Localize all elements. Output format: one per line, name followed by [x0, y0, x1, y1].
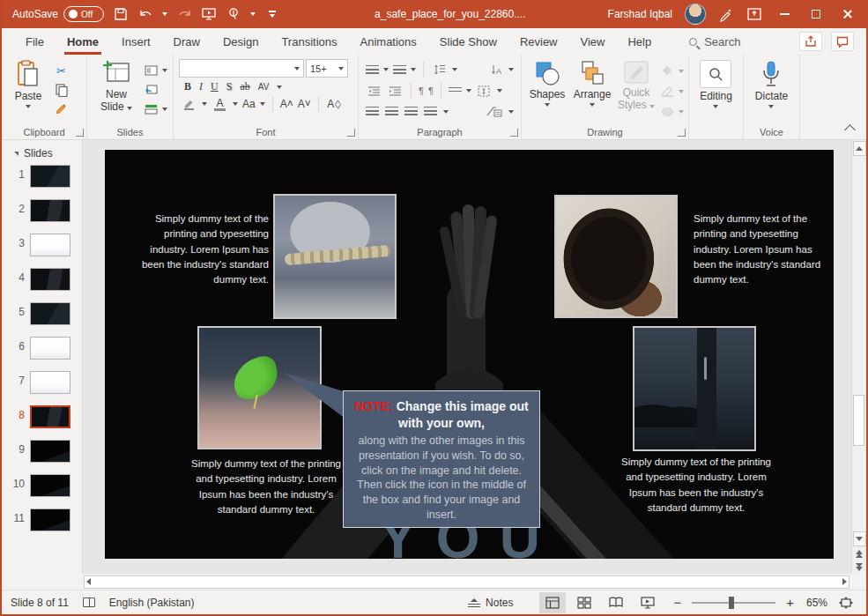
collapse-ribbon-icon[interactable] — [844, 124, 856, 136]
quick-styles-button[interactable]: QuickStyles — [617, 60, 656, 125]
slide-thumbnail-5[interactable]: 5 — [2, 302, 82, 325]
save-icon[interactable] — [113, 6, 129, 22]
slide-thumbnail-10[interactable]: 10 — [2, 474, 82, 497]
close-button[interactable] — [838, 4, 857, 24]
zoom-slider[interactable] — [692, 602, 775, 604]
language-indicator[interactable]: English (Pakistan) — [109, 597, 195, 609]
comments-button[interactable] — [831, 32, 854, 51]
undo-chevron-icon[interactable] — [162, 12, 167, 16]
vertical-scroll-track[interactable] — [852, 157, 866, 531]
lorem-text-top-left[interactable]: Simply dummy text of the printing and ty… — [138, 212, 269, 287]
columns-icon[interactable] — [449, 87, 462, 94]
shape-outline-icon[interactable] — [659, 84, 676, 99]
layout-icon[interactable] — [143, 63, 160, 78]
rtl-text-icon[interactable]: ¶ — [428, 85, 434, 96]
numbering-icon[interactable] — [393, 65, 406, 75]
tab-animations[interactable]: Animations — [349, 28, 428, 55]
tab-draw[interactable]: Draw — [162, 28, 211, 55]
dictate-button[interactable]: Dictate — [755, 60, 788, 125]
align-left-icon[interactable] — [366, 107, 379, 116]
presenter-coach-icon[interactable] — [718, 6, 734, 22]
line-spacing-icon[interactable] — [431, 63, 448, 78]
lorem-text-top-right[interactable]: Simply dummy text of the printing and ty… — [694, 212, 826, 287]
italic-button[interactable]: I — [199, 80, 203, 93]
font-size-combo[interactable]: 15+ — [306, 59, 348, 78]
note-callout[interactable]: NOTE: Change this image out with your ow… — [343, 390, 540, 528]
copy-icon[interactable] — [53, 83, 70, 98]
slide-thumbnail-2[interactable]: 2 — [2, 199, 82, 222]
tab-view[interactable]: View — [569, 28, 617, 55]
font-color-icon[interactable]: A — [211, 97, 228, 112]
spell-check-icon[interactable] — [83, 597, 95, 607]
bold-button[interactable]: B — [184, 80, 191, 93]
justify-icon[interactable] — [424, 107, 437, 116]
horizontal-scrollbar[interactable] — [2, 574, 866, 590]
tab-file[interactable]: File — [14, 28, 56, 55]
reset-icon[interactable] — [143, 82, 160, 97]
dark-hair-woman-image[interactable] — [554, 195, 678, 318]
section-icon[interactable] — [143, 101, 160, 116]
scroll-right-button[interactable] — [842, 578, 847, 585]
ltr-text-icon[interactable]: ¶ — [419, 85, 424, 96]
format-painter-icon[interactable] — [53, 102, 70, 117]
tab-home[interactable]: Home — [56, 28, 110, 55]
zoom-slider-thumb[interactable] — [729, 597, 734, 609]
slide-thumbnail-8[interactable]: 8 — [2, 405, 82, 428]
text-direction-icon[interactable]: A — [487, 63, 504, 78]
undo-icon[interactable] — [137, 6, 153, 22]
character-spacing-chevron-icon[interactable] — [277, 85, 282, 89]
vertical-scrollbar[interactable] — [851, 140, 866, 574]
slideshow-view-button[interactable] — [634, 592, 661, 613]
slide-number-indicator[interactable]: Slide 8 of 11 — [11, 597, 69, 609]
scroll-up-button[interactable] — [853, 141, 866, 156]
cut-icon[interactable]: ✂ — [53, 63, 70, 78]
scroll-left-button[interactable] — [86, 578, 91, 585]
font-name-combo[interactable] — [179, 59, 304, 78]
zoom-level[interactable]: 65% — [806, 597, 827, 609]
paragraph-dialog-launcher[interactable] — [510, 129, 518, 137]
tab-review[interactable]: Review — [508, 28, 569, 55]
previous-slide-button[interactable] — [856, 547, 863, 560]
tab-design[interactable]: Design — [211, 28, 270, 55]
align-center-icon[interactable] — [385, 107, 398, 116]
blindfolded-woman-image[interactable] — [273, 194, 397, 319]
new-slide-button[interactable]: NewSlide — [94, 60, 138, 125]
text-shadow-button[interactable]: S — [226, 80, 233, 93]
rainy-window-image[interactable] — [633, 326, 756, 451]
avatar[interactable] — [685, 4, 706, 25]
slide-sorter-button[interactable] — [571, 592, 597, 613]
vertical-scroll-thumb[interactable] — [853, 395, 864, 446]
clipboard-dialog-launcher[interactable] — [76, 129, 84, 137]
change-case-icon[interactable]: Aa — [242, 98, 256, 110]
minimize-button[interactable] — [775, 4, 794, 24]
autosave-toggle[interactable]: AutoSave Off — [12, 6, 104, 22]
tab-slide-show[interactable]: Slide Show — [428, 28, 508, 55]
shapes-button[interactable]: Shapes — [527, 60, 568, 125]
grow-font-icon[interactable]: A˄ — [280, 98, 293, 110]
slide-thumbnail-7[interactable]: 7 — [2, 371, 82, 394]
share-button[interactable] — [799, 32, 822, 51]
reading-view-button[interactable] — [603, 592, 629, 613]
drawing-dialog-launcher[interactable] — [678, 129, 686, 137]
touch-mode-chevron-icon[interactable] — [250, 12, 256, 16]
touch-mode-icon[interactable] — [226, 6, 241, 22]
clear-formatting-icon[interactable]: A — [326, 97, 343, 112]
smartart-icon[interactable] — [486, 104, 502, 119]
shape-effects-icon[interactable] — [659, 104, 676, 119]
start-slideshow-icon[interactable] — [201, 6, 217, 22]
increase-indent-icon[interactable] — [387, 84, 404, 99]
shrink-font-icon[interactable]: A˅ — [298, 98, 311, 110]
arrange-button[interactable]: Arrange — [571, 60, 613, 125]
strikethrough-button[interactable]: ab — [240, 80, 249, 93]
zoom-out-button[interactable]: − — [673, 595, 681, 610]
scroll-down-button[interactable] — [853, 531, 866, 546]
next-slide-button[interactable] — [856, 560, 863, 574]
notes-button[interactable]: Notes — [468, 597, 513, 609]
fit-slide-button[interactable] — [833, 592, 859, 613]
align-text-icon[interactable] — [476, 84, 493, 99]
lorem-text-bottom-left[interactable]: Simply dummy text of the printing and ty… — [184, 456, 348, 517]
decrease-indent-icon[interactable] — [366, 84, 382, 99]
paste-button[interactable]: Paste — [9, 60, 48, 125]
bullets-icon[interactable] — [366, 65, 379, 75]
slide-thumbnail-3[interactable]: 3 — [2, 234, 82, 256]
